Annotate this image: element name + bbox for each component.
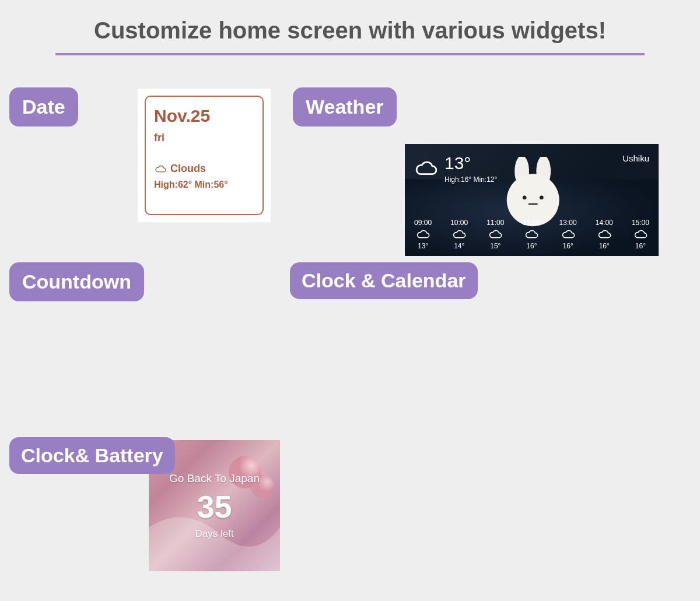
svg-point-3 xyxy=(523,195,527,199)
weather-hour-item: 09:00 13° xyxy=(408,219,438,250)
weather-hour-item: 14:00 16° xyxy=(590,219,619,250)
weather-hourly: 09:00 13°10:00 14°11:00 15°12:00 16°13:0… xyxy=(405,219,659,250)
tag-clock-calendar: Clock & Calendar xyxy=(290,262,478,299)
hour-temp: 16° xyxy=(526,242,537,250)
hour-temp: 16° xyxy=(563,242,573,250)
countdown-sub: Days left xyxy=(195,528,233,540)
hour-time: 09:00 xyxy=(414,219,432,227)
date-widget-inner: Nov.25 fri Clouds High:62° Min:56° xyxy=(145,96,264,215)
page-title: Customize home screen with various widge… xyxy=(0,0,700,44)
date-value: Nov.25 xyxy=(154,106,254,126)
hour-temp: 15° xyxy=(490,242,501,250)
title-divider xyxy=(55,53,645,55)
date-condition: Clouds xyxy=(154,163,254,175)
weather-range: High:16° Min:12° xyxy=(444,175,497,184)
weather-hour-item: 12:00 16° xyxy=(517,219,546,250)
tag-clock-battery: Clock& Battery xyxy=(9,437,175,474)
hour-time: 10:00 xyxy=(450,219,468,227)
hour-temp: 16° xyxy=(599,242,610,250)
weather-current: 13° High:16° Min:12° xyxy=(413,153,497,184)
date-hilo: High:62° Min:56° xyxy=(154,180,254,190)
cloud-icon xyxy=(154,164,167,174)
hour-time: 14:00 xyxy=(596,219,613,227)
weather-widget[interactable]: 13° High:16° Min:12° Ushiku 09:00 13°10:… xyxy=(405,144,659,256)
svg-point-4 xyxy=(540,195,544,199)
weather-location: Ushiku xyxy=(622,153,649,163)
hour-temp: 14° xyxy=(454,242,464,250)
cloud-icon xyxy=(524,229,539,240)
weather-hour-item: 15:00 16° xyxy=(626,219,655,250)
date-weekday: fri xyxy=(154,132,254,144)
countdown-title: Go Back To Japan xyxy=(169,472,260,485)
cloud-icon xyxy=(561,229,576,240)
hour-temp: 16° xyxy=(635,242,646,250)
date-condition-text: Clouds xyxy=(170,163,206,175)
weather-temp: 13° xyxy=(444,153,497,173)
hour-time: 12:00 xyxy=(523,219,540,227)
hour-temp: 13° xyxy=(418,242,428,250)
cloud-icon xyxy=(488,229,503,240)
countdown-number: 35 xyxy=(197,488,232,525)
tag-date: Date xyxy=(9,87,78,126)
tag-countdown: Countdown xyxy=(9,262,144,301)
weather-hour-item: 13:00 16° xyxy=(554,219,583,250)
cloud-icon xyxy=(413,159,439,178)
cloud-icon xyxy=(597,229,612,240)
date-widget[interactable]: Nov.25 fri Clouds High:62° Min:56° xyxy=(138,89,271,222)
hour-time: 15:00 xyxy=(632,219,649,227)
cloud-icon xyxy=(452,229,467,240)
hour-time: 13:00 xyxy=(559,219,577,227)
cloud-icon xyxy=(633,229,648,240)
weather-hour-item: 10:00 14° xyxy=(444,219,474,250)
tag-weather: Weather xyxy=(293,87,397,126)
weather-hour-item: 11:00 15° xyxy=(481,219,510,250)
cloud-icon xyxy=(415,229,430,240)
hour-time: 11:00 xyxy=(487,219,504,227)
